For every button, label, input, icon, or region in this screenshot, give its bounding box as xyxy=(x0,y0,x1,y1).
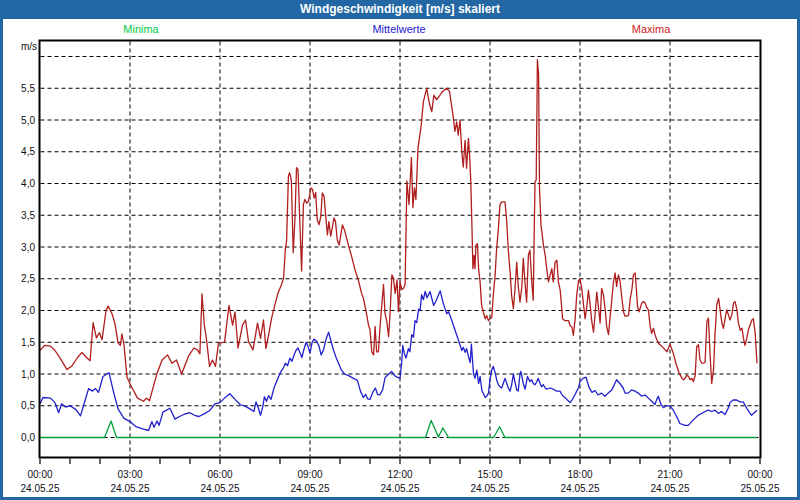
y-axis-unit-label: m/s xyxy=(21,41,37,52)
window-titlebar[interactable]: Windgeschwindigkeit [m/s] skaliert xyxy=(0,0,800,19)
x-tick-date-label: 24.05.25 xyxy=(651,483,690,494)
x-tick-time-label: 03:00 xyxy=(117,469,142,480)
y-tick-label: 4,0 xyxy=(21,178,35,189)
x-tick-time-label: 00:00 xyxy=(27,469,52,480)
y-tick-label: 4,5 xyxy=(21,146,35,157)
x-tick-date-label: 24.05.25 xyxy=(561,483,600,494)
legend-item-minima: Minima xyxy=(123,23,158,35)
y-tick-label: 2,0 xyxy=(21,305,35,316)
y-tick-label: 1,5 xyxy=(21,337,35,348)
y-tick-label: 5,5 xyxy=(21,83,35,94)
x-tick-time-label: 15:00 xyxy=(477,469,502,480)
x-tick-time-label: 21:00 xyxy=(657,469,682,480)
y-tick-label: 5,0 xyxy=(21,115,35,126)
x-tick-time-label: 09:00 xyxy=(297,469,322,480)
y-tick-label: 2,5 xyxy=(21,273,35,284)
x-tick-time-label: 18:00 xyxy=(567,469,592,480)
x-tick-date-label: 24.05.25 xyxy=(291,483,330,494)
y-tick-label: 0,5 xyxy=(21,400,35,411)
x-tick-date-label: 25.05.25 xyxy=(741,483,780,494)
x-tick-time-label: 06:00 xyxy=(207,469,232,480)
minima-line xyxy=(40,420,757,437)
x-tick-date-label: 24.05.25 xyxy=(201,483,240,494)
x-tick-date-label: 24.05.25 xyxy=(111,483,150,494)
x-tick-date-label: 24.05.25 xyxy=(21,483,60,494)
legend-item-maxima: Maxima xyxy=(632,23,671,35)
x-tick-date-label: 24.05.25 xyxy=(471,483,510,494)
x-tick-time-label: 12:00 xyxy=(387,469,412,480)
chart-legend: Minima Mittelwerte Maxima xyxy=(0,23,800,37)
x-tick-time-label: 00:00 xyxy=(747,469,772,480)
y-tick-label: 3,0 xyxy=(21,242,35,253)
x-tick-date-label: 24.05.25 xyxy=(381,483,420,494)
y-tick-label: 0,0 xyxy=(21,432,35,443)
app-window: 0,00,51,01,52,02,53,03,54,04,55,05,500:0… xyxy=(0,0,800,500)
maxima-line xyxy=(40,60,757,402)
y-tick-label: 3,5 xyxy=(21,210,35,221)
wind-speed-chart: 0,00,51,01,52,02,53,03,54,04,55,05,500:0… xyxy=(0,0,800,500)
window-title: Windgeschwindigkeit [m/s] skaliert xyxy=(300,2,500,16)
y-tick-label: 1,0 xyxy=(21,369,35,380)
legend-item-mittelwerte: Mittelwerte xyxy=(372,23,425,35)
